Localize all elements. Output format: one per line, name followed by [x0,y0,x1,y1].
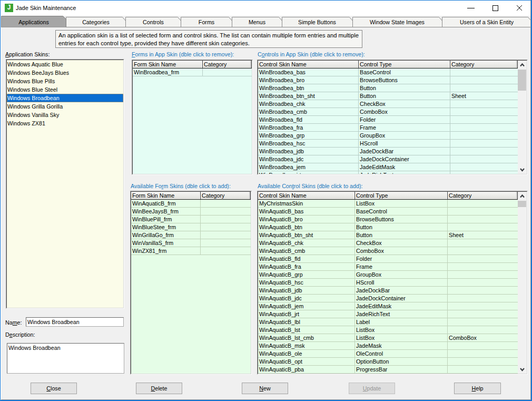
svg-text:Categories: Categories [82,19,110,25]
svg-text:Window State Images: Window State Images [370,19,425,25]
svg-text:Forms: Forms [199,19,214,25]
svg-text:Controls: Controls [143,19,164,25]
svg-text:Users of a Skin Entity: Users of a Skin Entity [460,19,514,25]
svg-text:Menus: Menus [249,19,265,25]
svg-text:Simple Buttons: Simple Buttons [298,19,336,25]
svg-text:Applications: Applications [18,19,49,25]
